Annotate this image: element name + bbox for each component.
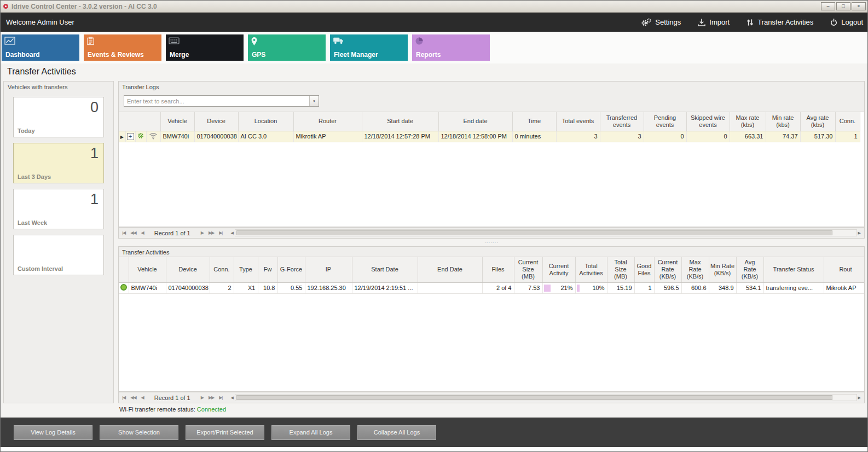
cell-location[interactable]: AI CC 3.0 (238, 131, 293, 142)
col-vehicle[interactable]: Vehicle (160, 112, 194, 131)
cell-skipped-wire-events[interactable]: 0 (686, 131, 730, 142)
cell-avg-rate[interactable]: 517.30 (800, 131, 835, 142)
tile-gps[interactable]: GPS (248, 34, 326, 61)
col-fw[interactable]: Fw (258, 257, 277, 282)
pager-first-button[interactable]: |◀ (122, 395, 125, 400)
cell-transfer-status[interactable]: transferring eve... (763, 282, 824, 293)
horizontal-scrollbar[interactable] (235, 394, 857, 401)
cell-max-rate[interactable]: 600.6 (681, 282, 709, 293)
cell-avg-rate[interactable]: 534.1 (736, 282, 763, 293)
cell-start-date[interactable]: 12/18/2014 12:57:28 PM (362, 131, 438, 142)
tile-events-reviews[interactable]: Events & Reviews (84, 34, 161, 61)
col-end-date[interactable]: End Date (418, 257, 482, 282)
table-row[interactable]: BMW740i 017040000038 2 X1 10.8 0.55 192.… (119, 282, 864, 293)
pager-first-button[interactable]: |◀ (122, 230, 125, 235)
cell-vehicle[interactable]: BMW740i (129, 282, 166, 293)
settings-button[interactable]: Settings (641, 18, 681, 27)
scrollbar-thumb[interactable] (236, 230, 832, 235)
cell-start-date[interactable]: 12/19/2014 2:19:51 ... (352, 282, 418, 293)
card-custom-interval[interactable]: Custom Interval (13, 235, 104, 275)
col-transferred-events[interactable]: Transferred events (600, 112, 644, 131)
col-device[interactable]: Device (194, 112, 238, 131)
scroll-right-icon[interactable]: ▶ (858, 231, 861, 235)
scroll-left-icon[interactable]: ◀ (230, 231, 233, 235)
cell-min-rate[interactable]: 348.9 (709, 282, 736, 293)
close-button[interactable]: × (852, 2, 866, 10)
gear-icon[interactable] (137, 134, 144, 141)
cell-vehicle[interactable]: BMW740i (160, 131, 194, 142)
minimize-button[interactable]: – (821, 2, 835, 10)
col-router[interactable]: Rout (824, 257, 864, 282)
tile-fleet-manager[interactable]: Fleet Manager (330, 34, 408, 61)
col-router[interactable]: Router (293, 112, 362, 131)
pager-prev-button[interactable]: ◀ (141, 395, 144, 400)
pager-next-page-button[interactable]: ▶▶ (209, 395, 214, 400)
cell-type[interactable]: X1 (234, 282, 258, 293)
col-total-events[interactable]: Total events (556, 112, 600, 131)
col-max-rate[interactable]: Max rate (kbs) (730, 112, 766, 131)
cell-total-activities[interactable]: 10% (575, 282, 607, 293)
cell-transferred-events[interactable]: 3 (600, 131, 644, 142)
expand-all-logs-button[interactable]: Expand All Logs (271, 425, 350, 440)
col-gforce[interactable]: G-Force (277, 257, 305, 282)
cell-end-date[interactable]: 12/18/2014 12:58:00 PM (438, 131, 512, 142)
panel-splitter[interactable]: ······· (118, 239, 865, 246)
col-end-date[interactable]: End date (438, 112, 512, 131)
pager-next-button[interactable]: ▶ (201, 230, 204, 235)
col-good-files[interactable]: Good Files (634, 257, 654, 282)
card-last-week[interactable]: 1 Last Week (13, 189, 104, 229)
pager-last-button[interactable]: ▶| (219, 395, 222, 400)
show-selection-button[interactable]: Show Selection (100, 425, 178, 440)
cell-gforce[interactable]: 0.55 (277, 282, 305, 293)
col-total-activities[interactable]: Total Activities (575, 257, 607, 282)
pager-next-button[interactable]: ▶ (201, 395, 204, 400)
cell-current-activity[interactable]: 21% (542, 282, 575, 293)
col-conn[interactable]: Conn. (835, 112, 860, 131)
scrollbar-thumb[interactable] (236, 395, 832, 400)
collapse-all-logs-button[interactable]: Collapse All Logs (357, 425, 436, 440)
expand-row-icon[interactable]: + (127, 133, 134, 140)
cell-ip[interactable]: 192.168.25.30 (305, 282, 352, 293)
col-skipped-wire-events[interactable]: Skipped wire events (686, 112, 730, 131)
card-last-3-days[interactable]: 1 Last 3 Days (13, 143, 104, 183)
col-total-size[interactable]: Total Size (MB) (607, 257, 634, 282)
col-max-rate[interactable]: Max Rate (KB/s) (681, 257, 709, 282)
export-print-selected-button[interactable]: Export/Print Selected (186, 425, 264, 440)
cell-total-events[interactable]: 3 (556, 131, 600, 142)
col-current-rate[interactable]: Current Rate (KB/s) (654, 257, 681, 282)
scroll-left-icon[interactable]: ◀ (230, 396, 233, 400)
col-avg-rate[interactable]: Avg Rate (KB/s) (736, 257, 763, 282)
col-vehicle[interactable]: Vehicle (129, 257, 166, 282)
col-min-rate[interactable]: Min rate (kbs) (766, 112, 800, 131)
scroll-right-icon[interactable]: ▶ (858, 396, 861, 400)
cell-router[interactable]: Mikrotik AP (824, 282, 864, 293)
col-avg-rate[interactable]: Avg rate (kbs) (800, 112, 835, 131)
maximize-button[interactable]: □ (836, 2, 850, 10)
search-dropdown-button[interactable]: ▼ (309, 96, 319, 106)
cell-current-size[interactable]: 7.53 (514, 282, 542, 293)
table-row[interactable]: ▶ + BMW740i 017040000038 AI CC 3.0 Mikro… (119, 131, 860, 142)
logout-button[interactable]: Logout (830, 18, 863, 26)
col-device[interactable]: Device (166, 257, 210, 282)
tile-dashboard[interactable]: Dashboard (2, 34, 79, 61)
pager-prev-button[interactable]: ◀ (141, 230, 144, 235)
cell-router[interactable]: Mikrotik AP (293, 131, 362, 142)
col-ip[interactable]: IP (305, 257, 352, 282)
pager-prev-page-button[interactable]: ◀◀ (130, 395, 136, 400)
cell-device[interactable]: 017040000038 (194, 131, 238, 142)
cell-end-date[interactable] (418, 282, 482, 293)
cell-conn[interactable]: 1 (835, 131, 860, 142)
cell-time[interactable]: 0 minutes (512, 131, 556, 142)
cell-fw[interactable]: 10.8 (258, 282, 277, 293)
tile-merge[interactable]: Merge (166, 34, 244, 61)
cell-device[interactable]: 017040000038 (166, 282, 210, 293)
import-button[interactable]: Import (697, 18, 730, 27)
col-pending-events[interactable]: Pending events (644, 112, 686, 131)
view-log-details-button[interactable]: View Log Details (14, 425, 92, 440)
pager-last-button[interactable]: ▶| (219, 230, 222, 235)
cell-current-rate[interactable]: 596.5 (654, 282, 681, 293)
cell-files[interactable]: 2 of 4 (482, 282, 514, 293)
cell-good-files[interactable]: 1 (634, 282, 654, 293)
cell-total-size[interactable]: 15.19 (607, 282, 634, 293)
col-files[interactable]: Files (482, 257, 514, 282)
